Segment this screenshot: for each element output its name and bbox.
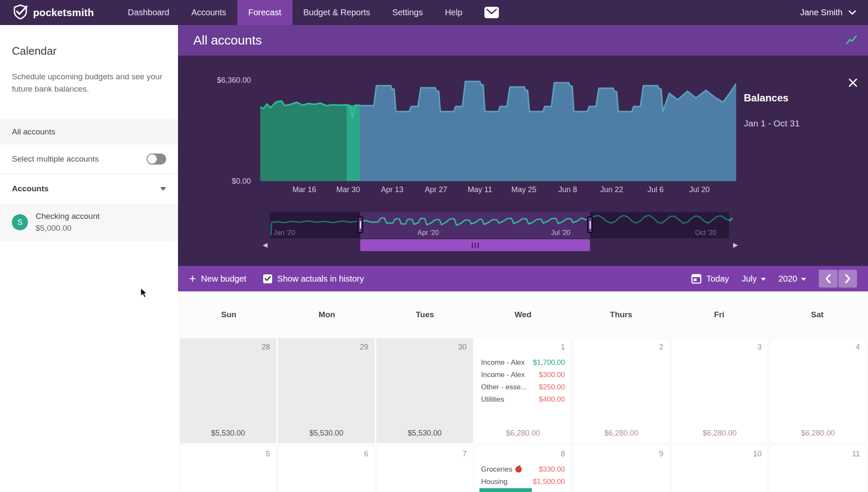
multi-accounts-toggle[interactable] (147, 154, 166, 165)
account-avatar: S (12, 214, 28, 230)
balances-date-range: Jan 1 - Oct 31 (744, 118, 800, 129)
user-menu[interactable]: Jane Smith (800, 8, 856, 17)
calendar-day-cell[interactable]: 7 (376, 445, 473, 492)
calendar-day-cell[interactable]: 11 (770, 445, 866, 492)
calendar-day-cell[interactable]: 4$6,280.00 (770, 338, 866, 443)
weekday-label: Fri (670, 310, 768, 319)
nav-item-dashboard[interactable]: Dashboard (117, 0, 181, 25)
nav-item-help[interactable]: Help (434, 0, 473, 25)
entry-label: Utilities (481, 395, 504, 404)
sidebar-item-select-multiple: Select multiple accounts (0, 144, 178, 174)
top-nav: pocketsmith DashboardAccountsForecastBud… (0, 0, 868, 25)
chevron-right-icon (844, 274, 851, 284)
month-value: July (742, 274, 757, 284)
month-dropdown[interactable]: July (742, 274, 766, 284)
y-axis-min-label: $0.00 (200, 177, 251, 186)
today-button[interactable]: Today (691, 273, 729, 284)
x-tick-label: Jun 8 (559, 185, 577, 194)
balance-area-chart[interactable] (260, 62, 736, 181)
budget-entry[interactable]: Income - Alex$300.00 (475, 369, 571, 381)
brand[interactable]: pocketsmith (13, 4, 94, 22)
chevron-down-icon (849, 9, 856, 17)
sidebar-item-checking-account[interactable]: S Checking account $5,000.00 (0, 204, 178, 241)
budget-entry[interactable]: Groceries$330.00 (475, 463, 571, 475)
day-number: 7 (462, 450, 467, 458)
apple-icon (515, 466, 522, 472)
mail-button[interactable] (484, 7, 499, 18)
nav-item-budget-reports[interactable]: Budget & Reports (292, 0, 381, 25)
budget-entry[interactable]: Utilities$400.00 (475, 393, 571, 405)
minimap-month-label: Apr '20 (417, 229, 439, 237)
new-budget-button[interactable]: + New budget (189, 273, 246, 285)
budget-entry[interactable]: Other - esse...$250.00 (475, 381, 571, 393)
trend-chart-icon[interactable] (846, 35, 857, 47)
calendar-day-cell[interactable]: 1Income - Alex$1,700.00Income - Alex$300… (475, 338, 571, 443)
all-accounts-label: All accounts (12, 127, 55, 137)
account-balance: $5,000.00 (36, 224, 100, 233)
next-month-button[interactable] (838, 270, 857, 288)
highlighted-entry-bar[interactable] (479, 488, 532, 492)
mail-icon (486, 8, 497, 17)
range-handle-left[interactable] (357, 216, 363, 233)
new-budget-label: New budget (201, 274, 246, 284)
entry-label: Other - esse... (481, 383, 527, 391)
calendar-day-cell[interactable]: 9 (573, 445, 670, 492)
forecast-header: All accounts (178, 25, 868, 56)
sidebar-item-all-accounts[interactable]: All accounts (0, 120, 178, 144)
calendar-day-cell[interactable]: 8Groceries$330.00Housing$1,500.00 (475, 445, 571, 492)
calendar-day-cell[interactable]: 3$6,280.00 (671, 338, 768, 443)
nav-menu: DashboardAccountsForecastBudget & Report… (117, 0, 473, 25)
nav-item-settings[interactable]: Settings (381, 0, 434, 25)
calendar-day-cell[interactable]: 5 (180, 445, 276, 492)
page-title: Calendar (12, 45, 178, 58)
weekday-label: Tues (376, 310, 474, 319)
weekday-label: Thurs (572, 310, 670, 319)
calendar-day-cell[interactable]: 2$6,280.00 (573, 338, 670, 443)
entry-amount: $1,500.00 (533, 478, 565, 486)
day-balance: $6,280.00 (475, 429, 571, 438)
entry-label: Groceries (481, 465, 522, 474)
day-balance: $6,280.00 (672, 429, 768, 438)
chevron-left-icon (825, 274, 832, 284)
entry-label: Income - Alex (481, 371, 525, 379)
calendar-day-cell[interactable]: 30$5,530.00 (376, 338, 473, 443)
prev-month-button[interactable] (819, 270, 837, 288)
entry-amount: $1,700.00 (533, 358, 565, 367)
show-actuals-checkbox[interactable] (263, 274, 272, 283)
x-tick-label: Apr 27 (425, 185, 447, 194)
calendar-day-cell[interactable]: 29$5,530.00 (278, 338, 375, 443)
x-tick-label: Jun 22 (600, 185, 623, 194)
timeline-minimap[interactable]: Jan '20Apr '20Jul '20Oct '20 (270, 212, 733, 238)
forecast-title: All accounts (193, 33, 262, 48)
balances-title: Balances (744, 92, 788, 104)
balance-chart-panel: $6,360.00 $0.00 Mar 16Mar 30Apr 13Apr 27… (178, 56, 868, 266)
timeline-scrollbar[interactable] (360, 239, 590, 251)
day-number: 10 (753, 450, 762, 458)
entry-label: Housing (481, 478, 507, 486)
select-multiple-label: Select multiple accounts (12, 154, 99, 164)
entry-amount: $400.00 (539, 395, 565, 404)
x-tick-label: Apr 13 (381, 185, 403, 194)
calendar-day-cell[interactable]: 28$5,530.00 (180, 338, 276, 443)
budget-entry[interactable]: Income - Alex$1,700.00 (475, 356, 571, 369)
weekday-label: Wed (474, 310, 572, 319)
nav-item-accounts[interactable]: Accounts (180, 0, 237, 25)
accounts-section-header[interactable]: Accounts (0, 174, 178, 204)
calendar-week-row: 28$5,530.0029$5,530.0030$5,530.001Income… (178, 338, 868, 443)
scroll-left-arrow[interactable]: ◄ (261, 241, 269, 249)
scroll-right-arrow[interactable]: ► (732, 241, 740, 249)
timeline-scroll-track[interactable] (270, 239, 733, 251)
day-number: 3 (757, 343, 762, 352)
range-handle-right[interactable] (587, 216, 593, 233)
year-dropdown[interactable]: 2020 (779, 274, 807, 284)
budget-entry[interactable]: Housing$1,500.00 (475, 475, 571, 488)
calendar-day-cell[interactable]: 6 (278, 445, 375, 492)
day-number: 5 (266, 450, 270, 458)
show-actuals-control[interactable]: Show actuals in history (263, 274, 364, 284)
calendar-day-cell[interactable]: 10 (671, 445, 768, 492)
nav-item-forecast[interactable]: Forecast (237, 0, 292, 25)
close-icon[interactable] (847, 77, 859, 89)
day-number: 9 (659, 450, 663, 458)
caret-down-icon (801, 278, 806, 281)
pocketsmith-logo-icon (13, 4, 28, 22)
